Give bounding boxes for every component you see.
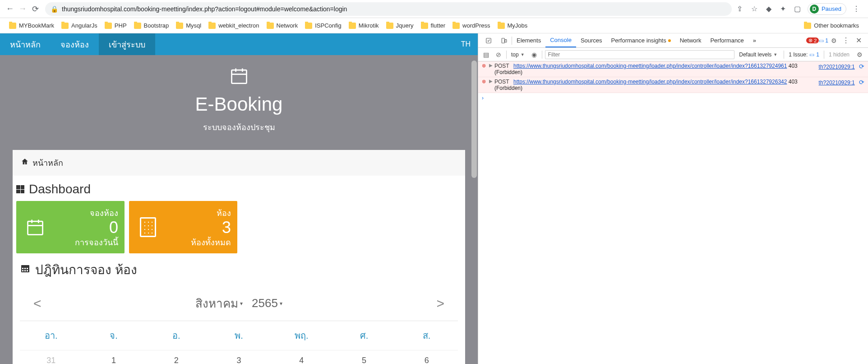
console-log-row[interactable]: ⊗ ▶ POST https://www.thungsriudomhospita… [478, 61, 868, 77]
browser-actions: ⇪ ☆ ◆ ✦ ▢ D Paused ⋮ [735, 3, 864, 15]
page-viewport: หน้าหลัก จองห้อง เข้าสู่ระบบ TH E-Bookin… [0, 33, 478, 364]
language-toggle[interactable]: TH [454, 40, 478, 48]
inspect-icon[interactable] [481, 33, 496, 47]
share-icon[interactable]: ⇪ [735, 5, 744, 14]
tab-performance[interactable]: Performance [706, 33, 748, 47]
bookmark-item[interactable]: flutter [417, 20, 449, 31]
tab-performance-insights[interactable]: Performance insights [607, 33, 675, 47]
bookmark-item[interactable]: Mysql [172, 20, 205, 31]
chevron-down-icon: ▼ [773, 52, 777, 57]
device-toggle-icon[interactable] [496, 33, 512, 47]
content-card: หน้าหลัก Dashboard จองห้อง 0 ก [13, 150, 465, 364]
tile-value: 0 [48, 219, 118, 236]
calendar-cell[interactable]: 4 [270, 350, 333, 364]
expand-icon[interactable]: ▶ [489, 63, 494, 75]
bookmark-item[interactable]: Bootstrap [130, 20, 173, 31]
tab-console[interactable]: Console [545, 33, 576, 47]
message-count-badge[interactable]: ▭1 [819, 37, 828, 44]
hero-title: E-Booking [0, 93, 478, 115]
tab-elements[interactable]: Elements [512, 33, 545, 47]
address-bar[interactable]: 🔒 thungsriudomhospital.com/booking-meett… [45, 2, 732, 16]
svg-rect-10 [28, 221, 43, 234]
log-status-msg: (Forbidden) [494, 69, 522, 75]
folder-icon [386, 23, 393, 29]
log-source[interactable]: th?20210929:1 [819, 64, 855, 70]
log-url[interactable]: https://www.thungsriudomhospital.com/boo… [513, 79, 787, 85]
log-url[interactable]: https://www.thungsriudomhospital.com/boo… [513, 63, 787, 69]
calendar-icon [23, 206, 48, 248]
bookmark-item[interactable]: MYBookMark [5, 20, 58, 31]
console-sidebar-toggle[interactable]: ▤ [481, 50, 491, 60]
log-method: POST [494, 79, 509, 85]
tab-network[interactable]: Network [675, 33, 706, 47]
chevron-down-icon: ▾ [280, 300, 282, 307]
tile-rooms-total[interactable]: ห้อง 3 ห้องทั้งหมด [129, 201, 237, 253]
bookmark-item[interactable]: Jquery [383, 20, 417, 31]
calendar-cell[interactable]: 6 [395, 350, 458, 364]
bookmark-item[interactable]: Mikrotik [345, 20, 383, 31]
console-log-row[interactable]: ⊗ ▶ POST https://www.thungsriudomhospita… [478, 77, 868, 93]
breadcrumb-text: หน้าหลัก [32, 156, 63, 169]
calendar-next[interactable]: > [436, 296, 444, 311]
calendar-cell[interactable]: 1 [83, 350, 145, 364]
console-settings-icon[interactable]: ⚙ [854, 51, 865, 58]
filter-input[interactable] [545, 50, 735, 59]
nav-booking[interactable]: จองห้อง [51, 33, 99, 55]
folder-icon [349, 23, 356, 29]
calendar-cell[interactable]: 2 [145, 350, 208, 364]
eye-icon[interactable]: ◉ [529, 50, 539, 60]
hero-subtitle: ระบบจองห้องประชุม [0, 121, 478, 134]
extension-icon[interactable]: ◆ [764, 5, 773, 14]
error-icon: ⊗ [808, 37, 813, 43]
clear-console-icon[interactable]: ⊘ [494, 50, 503, 60]
bookmark-item[interactable]: Network [263, 20, 302, 31]
bookmark-item[interactable]: wordPress [449, 20, 494, 31]
expand-icon[interactable]: ▶ [489, 79, 494, 91]
issues-badge[interactable]: 1 Issue: ▭1 [789, 51, 819, 58]
calendar-cell[interactable]: 3 [208, 350, 270, 364]
close-icon[interactable]: ✕ [852, 36, 865, 45]
window-icon[interactable]: ▢ [793, 5, 802, 14]
svg-rect-20 [27, 270, 28, 271]
forward-button[interactable]: → [16, 3, 29, 15]
calendar-year-select[interactable]: 2565▾ [252, 296, 282, 310]
log-source[interactable]: th?20210929:1 [819, 79, 855, 86]
tile-sublabel: ห้องทั้งหมด [161, 236, 231, 249]
log-status-msg: (Forbidden) [494, 85, 522, 91]
menu-icon[interactable]: ⋮ [852, 5, 861, 14]
reload-icon[interactable]: ⟳ [859, 79, 864, 86]
hidden-count: 1 hidden [829, 51, 850, 58]
nav-home[interactable]: หน้าหลัก [0, 33, 51, 55]
reload-button[interactable]: ⟳ [29, 3, 42, 15]
bookmark-item[interactable]: PHP [101, 20, 130, 31]
tile-bookings-today[interactable]: จองห้อง 0 การจองวันนี้ [16, 201, 125, 253]
log-levels-select[interactable]: Default levels▼ [737, 51, 779, 58]
console-toolbar: ▤ ⊘ top▼ ◉ Default levels▼ 1 Issue: ▭1 1… [478, 48, 868, 61]
more-icon[interactable]: ⋮ [840, 36, 852, 45]
bookmark-item[interactable]: ISPConfig [301, 20, 345, 31]
calendar-prev[interactable]: < [33, 296, 42, 311]
tab-sources[interactable]: Sources [576, 33, 607, 47]
folder-icon [61, 23, 69, 29]
tabs-more[interactable]: » [748, 33, 761, 47]
back-button[interactable]: ← [4, 3, 16, 15]
calendar-cell[interactable]: 5 [333, 350, 396, 364]
puzzle-icon[interactable]: ✦ [779, 5, 788, 14]
error-count-badge[interactable]: ⊗2 [806, 37, 819, 43]
message-icon: ▭ [819, 37, 824, 44]
settings-icon[interactable]: ⚙ [828, 37, 840, 44]
star-icon[interactable]: ☆ [750, 5, 759, 14]
calendar-month-select[interactable]: สิงหาคม▾ [195, 294, 243, 313]
calendar-icon [20, 263, 31, 276]
console-prompt[interactable]: › [478, 93, 868, 103]
bookmark-item[interactable]: AngularJs [58, 20, 101, 31]
bookmark-item[interactable]: webkit_electron [205, 20, 263, 31]
nav-login[interactable]: เข้าสู่ระบบ [99, 33, 155, 55]
other-bookmarks[interactable]: Other bookmarks [800, 20, 863, 31]
bookmark-item[interactable]: MyJobs [494, 20, 531, 31]
calendar-cell[interactable]: 31 [20, 350, 83, 364]
reload-icon[interactable]: ⟳ [859, 63, 864, 70]
profile-badge[interactable]: D Paused [808, 3, 846, 15]
context-selector[interactable]: top▼ [509, 51, 526, 58]
scrollbar[interactable] [471, 61, 477, 178]
